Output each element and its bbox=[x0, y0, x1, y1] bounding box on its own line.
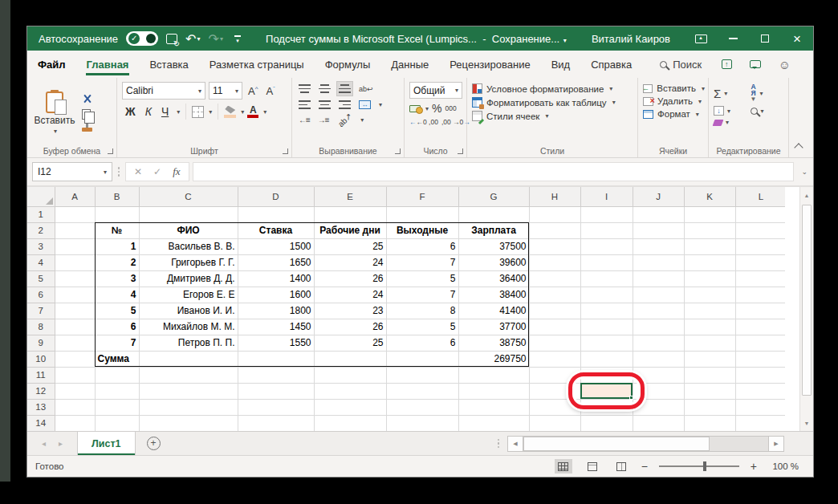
cell-E6[interactable]: 24 bbox=[314, 287, 386, 303]
paste-button[interactable]: Вставить ▾ bbox=[32, 82, 77, 144]
cell-C13[interactable] bbox=[139, 399, 238, 415]
maximize-button[interactable] bbox=[749, 26, 781, 51]
cell-A2[interactable] bbox=[55, 222, 95, 238]
cell-F12[interactable] bbox=[386, 383, 458, 399]
cell-B6[interactable]: 4 bbox=[95, 287, 139, 303]
cell-B11[interactable] bbox=[95, 367, 139, 383]
chevron-down-icon[interactable]: ▾ bbox=[263, 108, 266, 116]
ribbon-display-options-button[interactable]: ▴ bbox=[685, 26, 717, 51]
cell-K2[interactable] bbox=[684, 222, 735, 238]
comments-icon[interactable] bbox=[750, 60, 761, 68]
cell-J14[interactable] bbox=[633, 415, 684, 431]
cell-E5[interactable]: 26 bbox=[314, 270, 386, 287]
cell-D8[interactable]: 1450 bbox=[238, 319, 314, 335]
scroll-right-icon[interactable]: ▶ bbox=[768, 436, 784, 452]
chevron-down-icon[interactable]: ▾ bbox=[54, 128, 57, 135]
bold-button[interactable]: Ж bbox=[122, 105, 139, 118]
tab-page-layout[interactable]: Разметка страницы bbox=[199, 51, 315, 78]
tab-data[interactable]: Данные bbox=[380, 51, 439, 78]
tab-insert[interactable]: Вставка bbox=[139, 51, 198, 78]
cell-C7[interactable]: Иванов И. И. bbox=[139, 303, 238, 319]
row-header-4[interactable]: 4 bbox=[27, 254, 55, 270]
cell-K13[interactable] bbox=[684, 399, 735, 415]
cell-K11[interactable] bbox=[684, 367, 735, 383]
cell-C9[interactable]: Петров П. П. bbox=[139, 335, 238, 351]
cell-F2[interactable]: Выходные bbox=[386, 222, 458, 238]
cell-I1[interactable] bbox=[580, 206, 633, 222]
font-color-button[interactable]: А bbox=[247, 105, 258, 118]
cell-I6[interactable] bbox=[580, 287, 633, 303]
column-header-K[interactable]: K bbox=[684, 187, 735, 206]
undo-button[interactable]: ▾ bbox=[185, 31, 200, 47]
dialog-launcher-icon[interactable] bbox=[395, 148, 401, 154]
cell-D6[interactable]: 1600 bbox=[238, 287, 314, 303]
scroll-down-icon[interactable]: ▼ bbox=[800, 415, 813, 431]
cell-G14[interactable] bbox=[458, 415, 529, 431]
cell-I10[interactable] bbox=[580, 351, 633, 367]
zoom-in-button[interactable]: + bbox=[751, 460, 757, 473]
cell-C6[interactable]: Егоров Е. Е bbox=[139, 287, 238, 303]
number-format-combo[interactable]: Общий▾ bbox=[409, 82, 462, 99]
cell-L1[interactable] bbox=[735, 206, 787, 222]
cell-I8[interactable] bbox=[580, 319, 633, 335]
cell-F10[interactable] bbox=[386, 351, 458, 367]
insert-cells-button[interactable]: Вставить ▾ bbox=[643, 83, 705, 93]
cell-C14[interactable] bbox=[139, 415, 238, 431]
align-middle-button[interactable] bbox=[317, 82, 332, 96]
cell-D11[interactable] bbox=[238, 367, 314, 383]
cell-K10[interactable] bbox=[684, 351, 735, 367]
cell-H1[interactable] bbox=[529, 206, 580, 222]
delete-cells-button[interactable]: Удалить ▾ bbox=[643, 96, 705, 106]
cell-F4[interactable]: 7 bbox=[386, 254, 458, 270]
cell-H2[interactable] bbox=[529, 222, 580, 238]
cell-H6[interactable] bbox=[529, 287, 580, 303]
cell-H14[interactable] bbox=[529, 415, 580, 431]
row-header-12[interactable]: 12 bbox=[27, 383, 55, 399]
normal-view-button[interactable] bbox=[555, 459, 572, 474]
cell-H4[interactable] bbox=[529, 254, 580, 270]
cell-G9[interactable]: 38750 bbox=[458, 335, 529, 351]
cell-G7[interactable]: 41400 bbox=[458, 303, 529, 319]
cell-K12[interactable] bbox=[684, 383, 735, 399]
collapse-ribbon-icon[interactable] bbox=[794, 143, 803, 152]
cell-F7[interactable]: 8 bbox=[386, 303, 458, 319]
tab-home[interactable]: Главная bbox=[76, 51, 140, 78]
cell-E14[interactable] bbox=[314, 415, 386, 431]
cell-E4[interactable]: 24 bbox=[314, 254, 386, 270]
cell-D9[interactable]: 1550 bbox=[238, 335, 314, 351]
align-top-button[interactable] bbox=[297, 82, 312, 96]
find-select-button[interactable]: ▾ bbox=[751, 106, 786, 116]
sort-filter-button[interactable]: АЯ▼▾ bbox=[751, 83, 786, 103]
decrease-decimal-button[interactable]: ,00 →0→ bbox=[441, 118, 470, 126]
column-header-J[interactable]: J bbox=[633, 187, 684, 206]
cell-F1[interactable] bbox=[386, 206, 458, 222]
cell-E10[interactable] bbox=[314, 351, 386, 367]
cell-J10[interactable] bbox=[633, 351, 684, 367]
cell-G1[interactable] bbox=[458, 206, 529, 222]
cell-A9[interactable] bbox=[55, 335, 95, 351]
row-header-3[interactable]: 3 bbox=[27, 238, 55, 254]
cell-J3[interactable] bbox=[633, 238, 684, 254]
cell-L3[interactable] bbox=[735, 238, 787, 254]
font-size-combo[interactable]: 11▾ bbox=[209, 82, 242, 100]
cell-C5[interactable]: Дмитриев Д. Д. bbox=[139, 270, 238, 287]
cell-L5[interactable] bbox=[735, 270, 787, 287]
fill-handle[interactable] bbox=[629, 396, 633, 400]
cell-K8[interactable] bbox=[684, 319, 735, 335]
cell-L8[interactable] bbox=[735, 319, 787, 335]
italic-button[interactable]: К bbox=[142, 105, 155, 118]
cell-B3[interactable]: 1 bbox=[95, 238, 139, 254]
sheet-tab[interactable]: Лист1 bbox=[77, 432, 135, 455]
add-sheet-button[interactable]: + bbox=[147, 437, 161, 450]
chevron-down-icon[interactable]: ▾ bbox=[197, 35, 201, 43]
cell-F3[interactable]: 6 bbox=[386, 238, 458, 254]
cell-E3[interactable]: 25 bbox=[314, 238, 386, 254]
cell-H3[interactable] bbox=[529, 238, 580, 254]
user-name[interactable]: Виталий Каиров bbox=[592, 33, 670, 45]
cell-D2[interactable]: Ставка bbox=[238, 222, 314, 238]
minimize-button[interactable] bbox=[717, 26, 749, 51]
prev-sheet-icon[interactable]: ◂ bbox=[42, 439, 46, 448]
cell-A14[interactable] bbox=[55, 415, 95, 431]
align-bottom-button[interactable] bbox=[337, 82, 352, 96]
cell-C12[interactable] bbox=[139, 383, 238, 399]
